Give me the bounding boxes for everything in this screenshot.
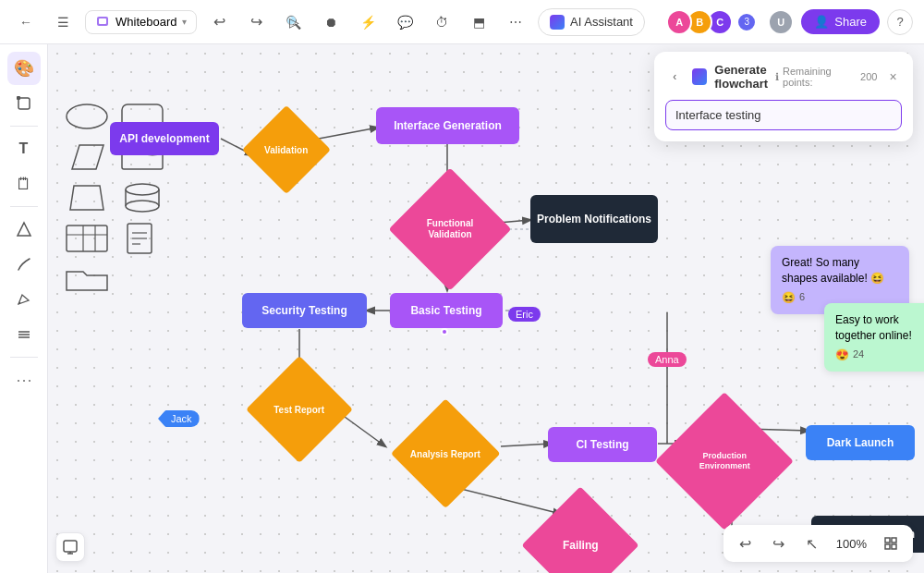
sticky-note-online[interactable]: Easy to work together online! 😍24 <box>824 303 924 372</box>
node-functional-validation[interactable]: Functional Validation <box>407 186 493 273</box>
sidebar-shapes-button[interactable] <box>7 213 41 246</box>
comment-button[interactable]: 💬 <box>390 7 419 37</box>
node-failing[interactable]: Failing <box>539 504 622 573</box>
svg-rect-3 <box>17 96 20 100</box>
main-toolbar: ← ☰ Whiteboard ▾ ↩ ↪ 🔍 ▷ ⏺ ⚡ 💬 ⏱ ⬒ ⋯ AI … <box>0 0 924 44</box>
back-button[interactable]: ← <box>11 7 41 37</box>
svg-rect-2 <box>18 98 30 109</box>
eric-user-label: Eric <box>508 307 541 322</box>
sidebar-text-button[interactable]: T <box>7 132 41 165</box>
whiteboard-selector[interactable]: Whiteboard ▾ <box>85 10 197 34</box>
node-api-label: API development <box>119 132 209 145</box>
node-validation[interactable]: Validation <box>255 118 318 181</box>
export-button[interactable]: ⬒ <box>464 7 493 37</box>
sidebar-note-button[interactable]: 🗒 <box>7 167 41 201</box>
chevron-down-icon: ▾ <box>182 17 187 27</box>
gen-panel-back-button[interactable]: ‹ <box>665 67 685 87</box>
shape-cylinder[interactable] <box>118 181 166 214</box>
share-button[interactable]: 👤 Share <box>801 9 880 34</box>
gen-panel-close-button[interactable]: × <box>884 67 902 86</box>
node-security-testing[interactable]: Security Testing <box>242 293 367 328</box>
svg-line-17 <box>501 444 552 446</box>
fit-view-button[interactable] <box>878 530 904 556</box>
help-button[interactable]: ? <box>887 9 913 35</box>
svg-marker-29 <box>70 186 103 210</box>
svg-rect-34 <box>67 226 107 251</box>
sidebar-divider-3 <box>10 357 38 358</box>
svg-marker-27 <box>72 145 103 169</box>
sidebar-pencil-button[interactable] <box>7 283 41 316</box>
left-sidebar: 🎨 T 🗒 ⋯ <box>0 44 48 573</box>
sidebar-more-button[interactable]: ⋯ <box>7 363 41 396</box>
menu-button[interactable]: ☰ <box>48 7 78 37</box>
ai-assistant-button[interactable]: AI Assistant <box>538 8 645 36</box>
node-test-report[interactable]: Test Report <box>261 372 337 447</box>
node-basic-label: Basic Testing <box>410 304 481 317</box>
timer-button[interactable]: ⏱ <box>427 7 456 37</box>
cursor-button[interactable]: ↖ <box>799 530 825 556</box>
shapes-icon <box>16 221 32 238</box>
node-dark-launch[interactable]: Dark Launch <box>806 425 915 460</box>
gen-ai-icon <box>692 68 708 85</box>
toolbar-center: ▷ ⏺ ⚡ 💬 ⏱ ⬒ ⋯ AI Assistant <box>279 7 645 37</box>
whiteboard-icon <box>95 15 110 30</box>
shape-table[interactable] <box>63 222 111 255</box>
jack-user-label: Jack <box>158 410 200 427</box>
node-problem-notifications[interactable]: Problem Notifications <box>530 195 658 243</box>
present-icon <box>63 540 78 555</box>
ai-badge-icon <box>550 15 565 30</box>
toolbar-right: A B C 3 U 👤 Share ? <box>672 9 913 35</box>
node-production-env[interactable]: Production Environment <box>675 412 773 510</box>
more-button[interactable]: ⋯ <box>501 7 530 37</box>
bottom-toolbar: ↩ ↪ ↖ 100% <box>723 525 913 562</box>
record-button[interactable]: ⏺ <box>316 7 346 37</box>
svg-rect-42 <box>885 538 890 543</box>
sidebar-select-button[interactable] <box>7 87 41 120</box>
present-button[interactable] <box>55 532 85 562</box>
svg-rect-45 <box>892 544 896 549</box>
gen-panel-points: ℹ Remaining points: 200 <box>775 66 877 88</box>
shape-oval[interactable] <box>63 100 111 133</box>
anna-user-label: Anna <box>648 352 687 367</box>
canvas-area[interactable]: API development Validation Interface Gen… <box>48 44 924 573</box>
sidebar-lines-button[interactable] <box>7 318 41 351</box>
undo-button[interactable]: ↩ <box>733 530 759 556</box>
node-analysis-report[interactable]: Analysis Report <box>386 419 497 485</box>
current-user-avatar: U <box>768 9 794 35</box>
ai-assistant-label: AI Assistant <box>570 15 633 29</box>
svg-marker-4 <box>18 223 30 236</box>
svg-line-9 <box>319 128 378 139</box>
shape-parallelogram[interactable] <box>63 140 111 174</box>
node-problem-label: Problem Notifications <box>537 213 651 226</box>
fit-icon <box>883 536 898 551</box>
avatar-count: 3 <box>736 12 757 32</box>
node-basic-testing[interactable]: Basic Testing <box>390 293 503 328</box>
shape-folder[interactable] <box>63 262 111 296</box>
connect-button[interactable]: ⚡ <box>353 7 383 37</box>
whiteboard-label: Whiteboard <box>116 15 176 29</box>
avatar-group: A B C 3 <box>672 9 757 35</box>
sidebar-paint-button[interactable]: 🎨 <box>7 52 41 85</box>
node-interface-generation[interactable]: Interface Generation <box>376 107 519 144</box>
svg-rect-1 <box>99 18 106 24</box>
redo-button[interactable]: ↪ <box>766 530 792 556</box>
node-api-development[interactable]: API development <box>110 122 219 155</box>
shape-doc[interactable] <box>118 222 166 255</box>
undo-toolbar-button[interactable]: ↩ <box>204 7 234 37</box>
shape-trapezoid[interactable] <box>63 181 111 214</box>
share-icon: 👤 <box>814 15 829 29</box>
svg-point-33 <box>126 201 159 212</box>
sidebar-pen-button[interactable] <box>7 248 41 281</box>
svg-rect-46 <box>64 541 77 552</box>
points-label: Remaining points: <box>783 66 857 88</box>
avatar-1: A <box>666 9 692 35</box>
play-button[interactable]: ▷ <box>279 7 309 37</box>
node-security-label: Security Testing <box>261 304 346 317</box>
redo-toolbar-button[interactable]: ↪ <box>241 7 271 37</box>
gen-panel-title: Generate flowchart <box>714 63 768 91</box>
node-dark-launch-label: Dark Launch <box>827 436 894 449</box>
jack-label-text: Jack <box>171 413 192 424</box>
gen-flowchart-input[interactable] <box>665 100 902 130</box>
sticky-online-text: Easy to work together online! <box>835 313 912 342</box>
node-basic-connector <box>441 328 448 335</box>
